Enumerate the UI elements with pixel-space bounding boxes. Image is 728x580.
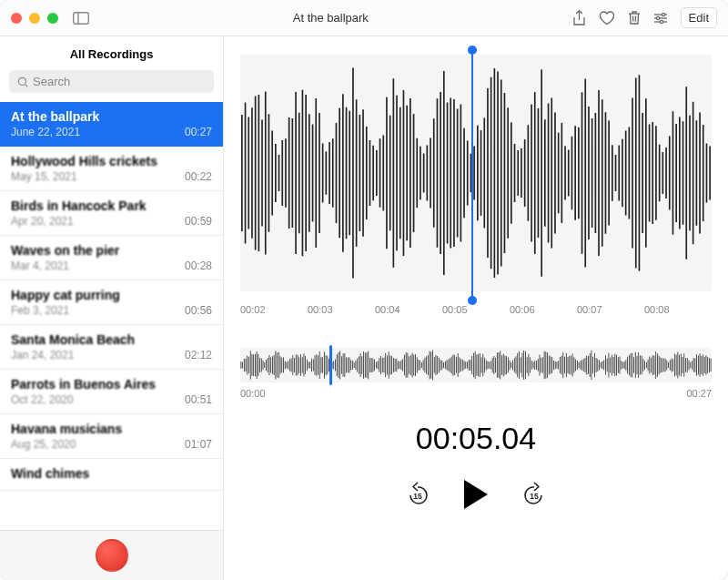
- recording-date: Oct 22, 2020: [11, 393, 74, 406]
- time-tick: 00:03: [308, 304, 375, 315]
- playhead-main[interactable]: [471, 50, 473, 300]
- recording-title: Waves on the pier: [11, 243, 212, 258]
- svg-text:15: 15: [413, 492, 422, 501]
- sidebar-header: All Recordings: [0, 36, 223, 70]
- record-bar: [0, 530, 223, 580]
- recording-title: Santa Monica Beach: [11, 332, 212, 347]
- recording-item[interactable]: Birds in Hancock Park Apr 20, 2021 00:59: [0, 191, 223, 236]
- svg-point-9: [660, 20, 662, 23]
- time-tick: 00:05: [442, 304, 510, 315]
- recording-date: June 22, 2021: [11, 126, 80, 138]
- recording-list: At the ballpark June 22, 2021 00:27 Holl…: [0, 102, 223, 530]
- recording-duration: 00:51: [185, 393, 212, 406]
- recording-date: Apr 20, 2021: [11, 215, 74, 228]
- recording-title: Havana musicians: [11, 422, 212, 436]
- minimize-window-button[interactable]: [29, 13, 40, 24]
- recording-duration: 00:59: [185, 215, 212, 228]
- share-icon[interactable]: [572, 10, 586, 26]
- current-time-display: 00:05.04: [240, 421, 712, 456]
- svg-text:15: 15: [530, 492, 539, 501]
- recording-title: Happy cat purring: [11, 288, 212, 302]
- svg-rect-0: [74, 12, 89, 24]
- recording-item[interactable]: Wind chimes: [0, 459, 223, 491]
- waveform-overview: 00:00 00:27: [240, 348, 712, 399]
- svg-point-5: [662, 13, 664, 15]
- overview-end-time: 00:27: [686, 388, 712, 399]
- play-icon: [464, 480, 488, 509]
- recording-duration: 00:28: [185, 259, 212, 272]
- maximize-window-button[interactable]: [47, 13, 58, 24]
- recording-item[interactable]: At the ballpark June 22, 2021 00:27: [0, 102, 223, 147]
- recording-date: May 15, 2021: [11, 170, 77, 183]
- sidebar: All Recordings At the ballpark June 22, …: [0, 36, 224, 580]
- detail-pane: 00:0200:0300:0400:0500:0600:0700:08 00:0…: [224, 36, 728, 580]
- recording-title: At the ballpark: [11, 109, 212, 124]
- recording-title: Birds in Hancock Park: [11, 198, 212, 213]
- skip-back-button[interactable]: 15: [406, 482, 430, 507]
- playhead-overview[interactable]: [329, 345, 332, 385]
- time-tick: 00:02: [240, 304, 308, 315]
- recording-duration: 00:22: [185, 170, 212, 183]
- recording-date: Mar 4, 2021: [11, 259, 69, 272]
- recording-item[interactable]: Santa Monica Beach Jan 24, 2021 02:12: [0, 325, 223, 370]
- recording-duration: 02:12: [185, 349, 212, 361]
- recording-title: Hollywood Hills crickets: [11, 154, 212, 168]
- recording-title: Wind chimes: [11, 466, 212, 481]
- play-button[interactable]: [464, 480, 488, 509]
- recording-item[interactable]: Parrots in Buenos Aires Oct 22, 2020 00:…: [0, 370, 223, 414]
- favorite-icon[interactable]: [599, 11, 615, 25]
- recording-duration: 01:07: [185, 438, 212, 451]
- time-axis: 00:0200:0300:0400:0500:0600:0700:08: [240, 291, 712, 321]
- recording-date: Feb 3, 2021: [11, 304, 69, 317]
- titlebar: At the ballpark: [0, 0, 728, 36]
- recording-title: Parrots in Buenos Aires: [11, 377, 212, 392]
- overview-start-time: 00:00: [240, 388, 266, 399]
- recording-duration: 00:56: [185, 304, 212, 317]
- recording-item[interactable]: Hollywood Hills crickets May 15, 2021 00…: [0, 147, 223, 191]
- window-title: At the ballpark: [89, 11, 572, 25]
- recording-duration: 00:27: [185, 126, 212, 138]
- playback-controls: 15 15: [240, 480, 712, 509]
- waveform-overview-bar[interactable]: [240, 348, 712, 382]
- window-controls: [11, 13, 58, 24]
- settings-sliders-icon[interactable]: [653, 12, 668, 25]
- sidebar-toggle-icon[interactable]: [73, 12, 89, 25]
- edit-button[interactable]: Edit: [681, 7, 717, 28]
- waveform-main[interactable]: [240, 55, 712, 291]
- recording-item[interactable]: Happy cat purring Feb 3, 2021 00:56: [0, 280, 223, 325]
- trash-icon[interactable]: [628, 10, 641, 25]
- svg-point-7: [656, 16, 659, 19]
- time-tick: 00:07: [577, 304, 644, 315]
- skip-forward-button[interactable]: 15: [522, 482, 546, 507]
- search-input[interactable]: [9, 70, 214, 93]
- close-window-button[interactable]: [11, 13, 22, 24]
- recording-date: Jan 24, 2021: [11, 349, 74, 361]
- record-button[interactable]: [96, 539, 128, 572]
- recording-date: Aug 25, 2020: [11, 438, 76, 451]
- recording-item[interactable]: Waves on the pier Mar 4, 2021 00:28: [0, 236, 223, 280]
- time-tick: 00:06: [510, 304, 577, 315]
- time-tick: 00:08: [644, 304, 712, 315]
- time-tick: 00:04: [375, 304, 442, 315]
- recording-item[interactable]: Havana musicians Aug 25, 2020 01:07: [0, 414, 223, 459]
